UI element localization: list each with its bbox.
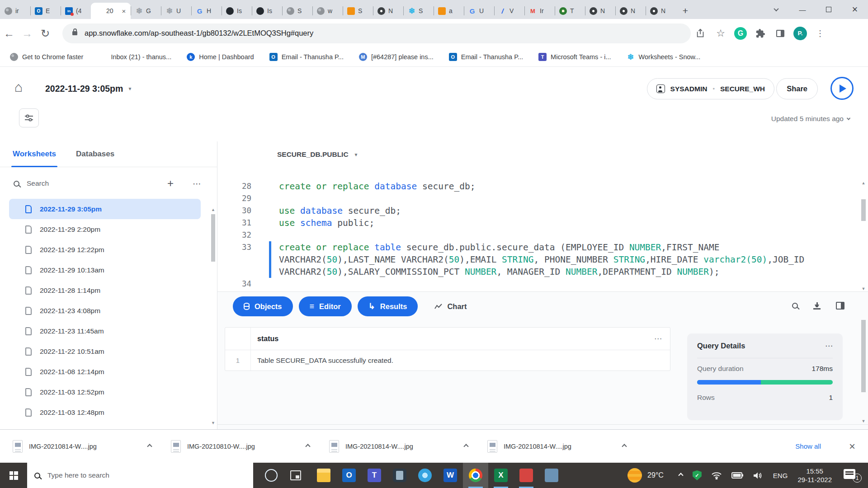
downloads-close-icon[interactable]: × — [849, 440, 855, 453]
reload-icon[interactable]: ↻ — [36, 27, 54, 40]
role-warehouse-selector[interactable]: SYSADMIN • SECURE_WH — [647, 78, 774, 99]
code-line[interactable]: 28create or replace database secure_db; — [217, 180, 868, 192]
taskbar-app-button[interactable]: T — [362, 463, 387, 488]
column-menu-icon[interactable]: ⋯ — [654, 334, 662, 343]
worksheet-title[interactable]: 2022-11-29 3:05pm ▼ — [45, 84, 132, 94]
temperature-label[interactable]: 29°C — [647, 471, 664, 479]
taskbar-app-button[interactable] — [387, 463, 412, 488]
browser-tab[interactable]: S × — [343, 3, 373, 19]
column-header-status[interactable]: status — [251, 335, 278, 343]
scrollbar-thumb[interactable] — [861, 320, 866, 392]
database-schema-selector[interactable]: SECURE_DB.PUBLIC — [277, 150, 349, 159]
side-panel-icon[interactable] — [770, 30, 790, 37]
home-icon[interactable]: ⌂ — [14, 80, 23, 95]
worksheet-list-item[interactable]: 2022-11-03 12:52pm — [9, 382, 201, 402]
search-results-icon[interactable] — [792, 303, 798, 309]
code-line[interactable]: 29 — [217, 192, 868, 205]
show-all-downloads-button[interactable]: Show all — [795, 442, 821, 450]
grammarly-extension-icon[interactable]: G — [731, 27, 750, 40]
tray-expand-chevron-icon[interactable] — [679, 474, 683, 477]
browser-tab[interactable]: in (4 × — [61, 3, 91, 19]
window-minimize-button[interactable]: — — [789, 0, 816, 19]
taskbar-app-button[interactable] — [412, 463, 438, 488]
code-line[interactable]: 30use database secure_db; — [217, 205, 868, 217]
editor-scrollbar[interactable]: ▲ ▼ — [860, 180, 867, 291]
browser-tab[interactable]: w × — [312, 3, 343, 19]
weather-sun-icon[interactable] — [627, 468, 642, 483]
worksheet-list-item[interactable]: 2022-11-29 12:22pm — [9, 239, 201, 260]
worksheet-list-item[interactable]: 2022-11-28 1:14pm — [9, 280, 201, 300]
forward-icon[interactable]: → — [18, 27, 36, 40]
scrollbar-thumb[interactable] — [211, 214, 215, 262]
bookmark-item[interactable]: Inbox (21) - thanus... — [99, 53, 171, 61]
browser-tab[interactable]: N × — [615, 3, 646, 19]
tab-search-chevron-icon[interactable] — [763, 0, 789, 19]
worksheet-list-item[interactable]: 2022-11-29 3:05pm — [9, 199, 201, 219]
browser-tab[interactable]: ❄ G × — [131, 3, 161, 19]
window-maximize-button[interactable] — [816, 0, 842, 19]
browser-tab[interactable]: N × — [373, 3, 403, 19]
browser-menu-icon[interactable]: ⋮ — [810, 28, 830, 38]
browser-tab[interactable]: Is × — [222, 3, 252, 19]
bottom-scrollbar[interactable]: ▼ — [860, 316, 867, 424]
worksheet-list-item[interactable]: 2022-11-23 11:45am — [9, 321, 201, 341]
worksheet-list-item[interactable]: 2022-11-08 12:14pm — [9, 361, 201, 382]
window-close-button[interactable]: × — [842, 0, 868, 19]
browser-tab[interactable]: G H × — [191, 3, 222, 19]
run-query-button[interactable] — [830, 77, 854, 100]
taskbar-app-button[interactable] — [463, 463, 488, 488]
profile-avatar[interactable]: P. — [790, 27, 810, 40]
bookmark-item[interactable]: T Microsoft Teams - i... — [538, 53, 611, 61]
security-shield-icon[interactable]: ✓ — [693, 470, 702, 480]
results-button[interactable]: ↳ Results — [358, 296, 418, 316]
browser-tab[interactable]: G U × — [464, 3, 494, 19]
bookmark-star-icon[interactable]: ☆ — [711, 28, 731, 39]
share-page-icon[interactable] — [691, 28, 711, 38]
address-bar[interactable]: app.snowflake.com/ap-southeast-1/gb80132… — [62, 23, 691, 43]
worksheet-list-item[interactable]: 2022-11-23 4:08pm — [9, 300, 201, 321]
browser-tab[interactable]: S × — [282, 3, 312, 19]
extensions-puzzle-icon[interactable] — [750, 28, 770, 38]
objects-button[interactable]: Objects — [233, 296, 293, 316]
download-results-icon[interactable] — [813, 302, 821, 310]
browser-tab[interactable]: N × — [585, 3, 615, 19]
taskbar-app-button[interactable] — [311, 463, 336, 488]
code-line[interactable]: 33create or replace table secure_db.publ… — [217, 241, 868, 253]
speaker-icon[interactable] — [753, 472, 763, 479]
url-text[interactable]: app.snowflake.com/ap-southeast-1/gb80132… — [85, 29, 313, 38]
worksheet-list-item[interactable]: 2022-11-29 10:13am — [9, 260, 201, 280]
sidebar-tab[interactable]: Databases — [76, 141, 114, 167]
sidebar-menu-icon[interactable]: ⋯ — [193, 178, 202, 189]
browser-tab[interactable]: O E × — [30, 3, 61, 19]
taskbar-app-button[interactable]: W — [438, 463, 463, 488]
download-expand-icon[interactable] — [622, 444, 627, 449]
table-row[interactable]: 1 Table SECURE_DATA successfully created… — [225, 350, 670, 371]
notification-center-icon[interactable]: 1 — [844, 468, 862, 483]
task-view-icon[interactable] — [290, 470, 301, 480]
worksheet-list-item[interactable]: 2022-11-29 2:20pm — [9, 219, 201, 239]
bookmark-item[interactable]: M [#64287] please ins... — [359, 53, 434, 61]
layout-toggle-icon[interactable] — [836, 302, 844, 310]
bookmark-item[interactable]: k Home | Dashboard — [187, 53, 254, 61]
download-expand-icon[interactable] — [147, 444, 152, 449]
code-line[interactable]: 34 — [217, 278, 868, 290]
new-tab-button[interactable]: + — [679, 4, 692, 18]
sql-editor[interactable]: 28create or replace database secure_db;2… — [217, 168, 868, 291]
language-indicator[interactable]: ENG — [773, 472, 788, 479]
taskbar-search-input[interactable]: Type here to search — [27, 463, 253, 488]
browser-tab[interactable]: Is × — [252, 3, 282, 19]
browser-tab[interactable]: M Ir × — [524, 3, 555, 19]
share-button[interactable]: Share — [776, 78, 818, 99]
taskbar-app-button[interactable] — [514, 463, 539, 488]
browser-tab[interactable]: ir × — [0, 3, 30, 19]
search-input[interactable]: Search — [27, 179, 49, 188]
code-line[interactable]: VARCHAR2(50),LAST_NAME VARCHAR2(50),EMAI… — [217, 253, 868, 266]
bookmark-item[interactable]: O Email - Thanusha P... — [449, 53, 523, 61]
taskbar-app-button[interactable]: X — [488, 463, 514, 488]
chart-button[interactable]: Chart — [428, 302, 473, 311]
query-details-menu-icon[interactable]: ⋯ — [825, 341, 833, 351]
browser-tab[interactable]: N × — [646, 3, 676, 19]
download-expand-icon[interactable] — [305, 444, 310, 449]
sidebar-tab[interactable]: Worksheets — [13, 141, 56, 167]
download-item[interactable]: IMG-20210814-W....jpg — [329, 440, 468, 453]
